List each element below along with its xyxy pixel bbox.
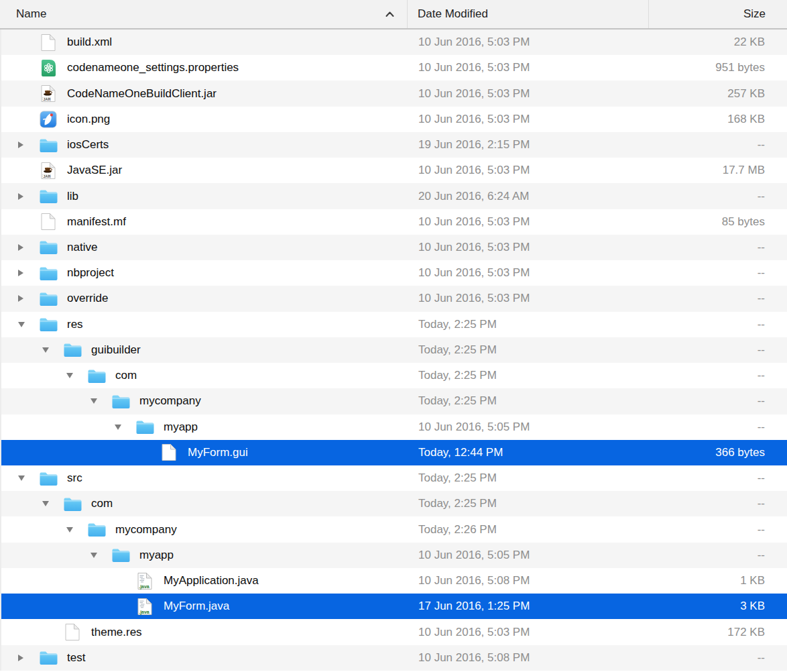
date-modified: 10 Jun 2016, 5:03 PM [408,87,650,101]
table-row[interactable]: theme.res 10 Jun 2016, 5:03 PM 172 KB [1,619,787,645]
file-size: 22 KB [650,36,787,49]
table-row[interactable]: JAR JavaSE.jar 10 Jun 2016, 5:03 PM 17.7… [1,158,787,183]
disclosure-triangle-icon[interactable] [88,553,111,558]
name-cell: test [1,650,408,665]
disclosure-triangle-icon[interactable] [64,373,86,378]
file-name: com [115,369,137,382]
finder-list-view: Name Date Modified Size build.xml 10 Jun… [0,0,787,672]
sort-ascending-icon [385,11,395,17]
table-row[interactable]: myapp 10 Jun 2016, 5:05 PM -- [1,414,787,440]
name-cell: .java MyForm.java [1,598,408,616]
file-size: 3 KB [650,600,787,613]
disclosure-triangle-icon[interactable] [16,322,38,327]
folder-icon [38,188,58,204]
file-name: myapp [164,421,198,434]
file-size: -- [650,523,787,537]
date-modified: 10 Jun 2016, 5:03 PM [408,164,650,177]
file-size: -- [650,421,787,434]
disclosure-triangle-icon[interactable] [16,270,38,276]
table-row[interactable]: manifest.mf 10 Jun 2016, 5:03 PM 85 byte… [1,209,787,235]
disclosure-triangle-icon[interactable] [16,655,38,661]
date-modified: 10 Jun 2016, 5:05 PM [408,549,650,562]
column-header-date-modified[interactable]: Date Modified [407,0,648,28]
table-row[interactable]: icon.png 10 Jun 2016, 5:03 PM 168 KB [1,107,787,132]
date-modified: Today, 2:25 PM [408,394,650,408]
file-size: -- [650,266,787,280]
name-cell: manifest.mf [1,213,408,231]
name-cell: MyForm.gui [1,443,408,461]
file-size: -- [650,369,787,382]
disclosure-triangle-icon[interactable] [40,501,62,506]
file-size: -- [650,497,787,510]
disclosure-triangle-icon[interactable] [16,244,38,251]
svg-text:JAR: JAR [44,97,51,101]
file-name: manifest.mf [67,215,126,229]
date-modified: 10 Jun 2016, 5:03 PM [408,36,650,49]
date-modified: 10 Jun 2016, 5:03 PM [408,241,650,254]
file-name: build.xml [67,36,112,49]
disclosure-triangle-icon[interactable] [40,347,62,353]
table-row[interactable]: iosCerts 19 Jun 2016, 2:15 PM -- [1,132,787,158]
date-modified: 10 Jun 2016, 5:03 PM [408,292,650,305]
disclosure-triangle-icon[interactable] [113,425,135,430]
svg-text:JAR: JAR [44,174,51,178]
disclosure-triangle-icon[interactable] [16,475,38,481]
date-modified: Today, 12:44 PM [408,446,650,459]
file-size: -- [650,394,787,408]
folder-icon [38,239,58,255]
column-header-name-label: Name [16,7,46,21]
table-row[interactable]: .java MyForm.java 17 Jun 2016, 1:25 PM 3… [1,594,787,619]
folder-icon [38,137,58,153]
file-name: myapp [139,549,174,562]
date-modified: 20 Jun 2016, 6:24 AM [408,190,650,203]
table-row[interactable]: test 10 Jun 2016, 5:08 PM -- [1,645,787,671]
document-icon [62,623,82,641]
table-row[interactable]: native 10 Jun 2016, 5:03 PM -- [1,235,787,260]
name-cell: guibuilder [1,342,408,357]
table-row[interactable]: res Today, 2:25 PM -- [1,312,787,337]
folder-icon [62,342,82,357]
table-row[interactable]: com Today, 2:25 PM -- [1,363,787,388]
file-size: -- [650,318,787,331]
folder-icon [38,291,58,306]
jar-icon: JAR [38,162,58,180]
file-name: MyForm.gui [188,446,248,459]
file-name: CodeNameOneBuildClient.jar [67,87,217,101]
table-row[interactable]: override 10 Jun 2016, 5:03 PM -- [1,286,787,311]
date-modified: Today, 2:25 PM [408,343,650,357]
folder-icon [38,471,58,486]
table-row[interactable]: com Today, 2:25 PM -- [1,491,787,516]
file-size: 366 bytes [650,446,787,459]
disclosure-triangle-icon[interactable] [16,193,38,200]
name-cell: com [1,368,408,384]
disclosure-triangle-icon[interactable] [16,142,38,148]
table-row[interactable]: codenameone_settings.properties 10 Jun 2… [1,55,787,80]
disclosure-triangle-icon[interactable] [64,527,86,533]
date-modified: 10 Jun 2016, 5:03 PM [408,266,650,280]
table-row[interactable]: myapp 10 Jun 2016, 5:05 PM -- [1,543,787,568]
java-source-icon: .java [135,572,155,590]
folder-icon [135,419,155,435]
file-size: 1 KB [650,574,787,587]
table-row[interactable]: src Today, 2:25 PM -- [1,465,787,491]
name-cell: icon.png [1,111,408,128]
file-name: guibuilder [91,343,141,357]
table-row[interactable]: mycompany Today, 2:25 PM -- [1,388,787,414]
disclosure-triangle-icon[interactable] [88,398,111,404]
table-row[interactable]: build.xml 10 Jun 2016, 5:03 PM 22 KB [1,30,787,55]
name-cell: src [1,471,408,486]
table-row[interactable]: JAR CodeNameOneBuildClient.jar 10 Jun 20… [1,80,787,106]
file-size: -- [650,292,787,305]
column-header-name[interactable]: Name [0,0,407,28]
table-row[interactable]: mycompany Today, 2:26 PM -- [1,516,787,542]
name-cell: codenameone_settings.properties [1,59,408,77]
table-row[interactable]: guibuilder Today, 2:25 PM -- [1,337,787,363]
table-row[interactable]: .java MyApplication.java 10 Jun 2016, 5:… [1,568,787,594]
name-cell: iosCerts [1,137,408,153]
file-name: override [67,292,108,305]
table-row[interactable]: nbproject 10 Jun 2016, 5:03 PM -- [1,260,787,286]
disclosure-triangle-icon[interactable] [16,295,38,302]
table-row[interactable]: lib 20 Jun 2016, 6:24 AM -- [1,183,787,209]
table-row[interactable]: MyForm.gui Today, 12:44 PM 366 bytes [1,440,787,465]
column-header-size[interactable]: Size [648,0,787,28]
